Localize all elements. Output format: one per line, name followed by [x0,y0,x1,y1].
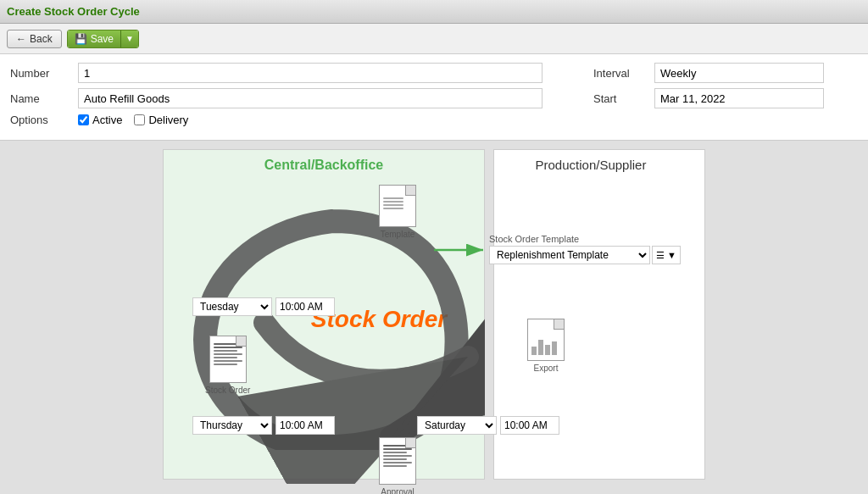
options-checkboxes: Active Delivery [78,114,188,126]
export-label: Export [534,364,559,373]
options-label: Options [10,114,78,126]
save-dropdown-button[interactable]: ▼ [120,31,138,47]
chevron-down-icon: ▼ [125,34,134,43]
name-row: Name Start [10,88,858,108]
top-time-input[interactable] [275,297,335,316]
active-checkbox-label[interactable]: Active [78,114,122,126]
template-select[interactable]: Replenishment Template [489,246,650,264]
left-section-label: Central/Backoffice [163,158,485,173]
template-select-row: Replenishment Template ☰ ▼ [489,246,693,264]
save-button[interactable]: 💾 Save [68,31,120,47]
title-bar: Create Stock Order Cycle [0,0,868,24]
start-group: Start [593,88,824,108]
approval-icon: Approval [379,437,416,494]
back-arrow-icon: ← [16,33,26,45]
name-label: Name [10,92,78,105]
thursday-select[interactable]: Thursday Monday Tuesday Wednesday Friday… [192,416,272,435]
options-row: Options Active Delivery [10,114,858,126]
delivery-checkbox-label[interactable]: Delivery [134,114,188,126]
template-list-button[interactable]: ☰ ▼ [652,246,681,264]
delivery-label: Delivery [148,114,188,126]
template-field-label: Stock Order Template [489,234,693,244]
diagram-wrapper: Central/Backoffice Production/Supplier S… [163,149,705,488]
stock-order-icon-label: Stock Order [205,386,250,395]
bottom-left-controls: Thursday Monday Tuesday Wednesday Friday… [192,416,335,435]
export-icon: Export [527,319,565,373]
number-input[interactable] [78,63,542,83]
saturday-select[interactable]: Saturday Monday Tuesday Wednesday Thursd… [417,416,497,435]
page-title: Create Stock Order Cycle [7,5,140,18]
template-field-group: Stock Order Template Replenishment Templ… [489,234,693,264]
active-label: Active [92,114,122,126]
template-label: Template [381,230,415,239]
number-label: Number [10,67,78,80]
bottom-right-time-input[interactable] [500,416,559,435]
interval-label: Interval [593,67,644,80]
interval-input[interactable] [654,63,824,83]
stock-order-icon: Stock Order [205,336,250,395]
active-checkbox[interactable] [78,114,89,125]
delivery-checkbox[interactable] [134,114,145,125]
bottom-right-controls: Saturday Monday Tuesday Wednesday Thursd… [417,416,559,435]
start-label: Start [593,92,644,105]
back-button[interactable]: ← Back [7,30,62,48]
toolbar: ← Back 💾 Save ▼ [0,24,868,54]
tuesday-select[interactable]: Tuesday Monday Wednesday Thursday Friday… [192,297,272,316]
list-icon: ☰ ▼ [656,250,676,261]
top-controls: Tuesday Monday Wednesday Thursday Friday… [192,297,335,316]
start-input[interactable] [654,88,824,108]
green-arrow-svg [432,241,492,259]
diagram-container: Central/Backoffice Production/Supplier S… [0,141,868,494]
right-section-label: Production/Supplier [485,158,697,172]
number-row: Number Interval [10,63,858,83]
interval-group: Interval [593,63,824,83]
approval-label: Approval [381,487,414,494]
bottom-left-time-input[interactable] [275,416,335,435]
save-icon: 💾 [75,33,87,45]
name-input[interactable] [78,88,542,108]
form-area: Number Interval Name Start Options Activ… [0,54,868,141]
save-button-group[interactable]: 💾 Save ▼ [67,30,139,48]
template-icon: Template [379,185,416,239]
